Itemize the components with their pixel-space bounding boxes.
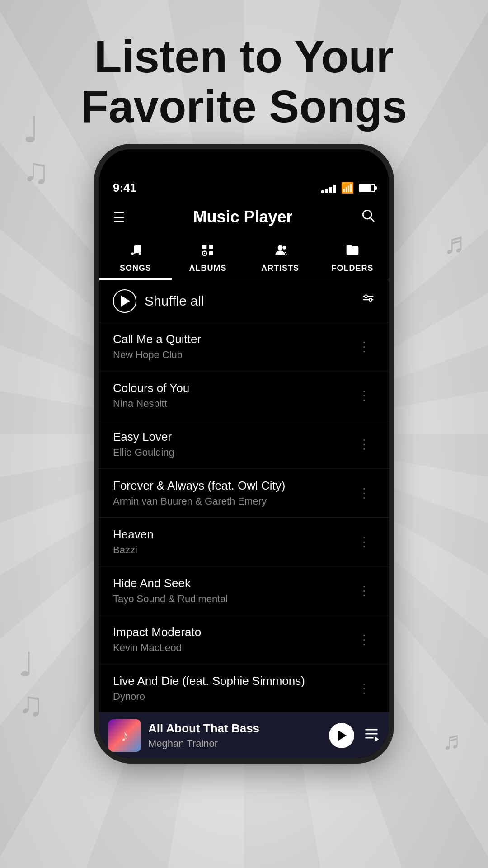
albums-tab-label: ALBUMS [189,264,227,273]
tab-folders[interactable]: FOLDERS [316,236,389,280]
status-icons: 📶 [321,182,375,194]
mini-play-triangle-icon [338,731,347,741]
song-info-6: Impact Moderato Kevin MacLeod [113,625,353,654]
song-title-7: Live And Die (feat. Sophie Simmons) [113,674,353,688]
song-more-2[interactable]: ⋮ [353,434,375,454]
shuffle-left: Shuffle all [113,289,204,313]
notch [203,149,285,165]
song-more-7[interactable]: ⋮ [353,679,375,698]
song-artist-6: Kevin MacLeod [113,642,353,654]
song-info-4: Heaven Bazzi [113,528,353,556]
song-item-2[interactable]: Easy Lover Ellie Goulding ⋮ [99,420,389,469]
song-title-3: Forever & Always (feat. Owl City) [113,479,353,493]
mini-controls [329,723,380,748]
app-title: Music Player [193,208,292,226]
mini-player[interactable]: All About That Bass Meghan Trainor [99,713,389,758]
tab-artists[interactable]: ARTISTS [244,236,316,280]
phone: 9:41 📶 ☰ Music Player [99,149,389,758]
filter-icon[interactable] [361,293,375,310]
song-more-1[interactable]: ⋮ [353,386,375,405]
hero-title-line2: Favorite Songs [81,81,407,132]
shuffle-play-button[interactable] [113,289,136,313]
menu-icon[interactable]: ☰ [113,209,125,225]
song-title-1: Colours of You [113,381,353,395]
song-artist-1: Nina Nesbitt [113,398,353,410]
svg-point-7 [278,245,283,250]
folders-tab-label: FOLDERS [331,264,373,273]
hero-section: Listen to Your Favorite Songs [0,0,488,145]
mini-song-details: All About That Bass Meghan Trainor [148,722,259,750]
svg-point-5 [204,253,205,254]
shuffle-row: Shuffle all [99,280,389,322]
song-list: Call Me a Quitter New Hope Club ⋮ Colour… [99,322,389,713]
song-item-6[interactable]: Impact Moderato Kevin MacLeod ⋮ [99,615,389,664]
song-item-4[interactable]: Heaven Bazzi ⋮ [99,518,389,566]
svg-marker-16 [375,736,379,742]
battery-icon [359,184,375,192]
play-triangle-icon [121,296,130,307]
app-navbar: ☰ Music Player [99,198,389,236]
status-time: 9:41 [113,181,136,195]
signal-bars-icon [321,183,336,193]
svg-point-11 [365,295,367,297]
artists-tab-label: ARTISTS [261,264,299,273]
tab-albums[interactable]: ALBUMS [172,236,244,280]
song-info-1: Colours of You Nina Nesbitt [113,381,353,410]
search-icon[interactable] [361,208,375,226]
song-more-6[interactable]: ⋮ [353,630,375,649]
song-title-6: Impact Moderato [113,625,353,639]
mini-play-button[interactable] [329,723,354,748]
artists-tab-icon [273,243,287,261]
song-info-0: Call Me a Quitter New Hope Club [113,332,353,361]
song-info-3: Forever & Always (feat. Owl City) Armin … [113,479,353,507]
tabs-row: SONGS ALBUMS [99,236,389,280]
song-more-5[interactable]: ⋮ [353,581,375,600]
song-title-0: Call Me a Quitter [113,332,353,346]
song-info-7: Live And Die (feat. Sophie Simmons) Dyno… [113,674,353,703]
svg-rect-2 [202,245,206,249]
song-artist-0: New Hope Club [113,349,353,361]
song-item-3[interactable]: Forever & Always (feat. Owl City) Armin … [99,469,389,518]
song-title-4: Heaven [113,528,353,542]
mini-song-title: All About That Bass [148,722,259,736]
mini-player-left: All About That Bass Meghan Trainor [108,719,259,752]
song-more-3[interactable]: ⋮ [353,483,375,503]
svg-point-12 [369,298,372,301]
song-item[interactable]: Call Me a Quitter New Hope Club ⋮ [99,322,389,371]
song-title-5: Hide And Seek [113,576,353,590]
song-artist-3: Armin van Buuren & Gareth Emery [113,495,353,507]
mini-queue-icon[interactable] [363,726,380,745]
svg-point-8 [282,246,286,250]
song-info-5: Hide And Seek Tayo Sound & Rudimental [113,576,353,605]
song-item-1[interactable]: Colours of You Nina Nesbitt ⋮ [99,371,389,420]
song-item-5[interactable]: Hide And Seek Tayo Sound & Rudimental ⋮ [99,566,389,615]
song-title-2: Easy Lover [113,430,353,444]
song-more-0[interactable]: ⋮ [353,337,375,356]
svg-rect-6 [209,251,213,255]
tab-songs[interactable]: SONGS [99,236,172,280]
svg-line-1 [371,218,374,221]
song-info-2: Easy Lover Ellie Goulding [113,430,353,458]
song-item-7[interactable]: Live And Die (feat. Sophie Simmons) Dyno… [99,664,389,713]
song-artist-4: Bazzi [113,544,353,556]
svg-rect-3 [209,245,213,249]
app-screen: ☰ Music Player SONGS [99,198,389,758]
mini-album-art [108,719,141,752]
wifi-icon: 📶 [341,182,354,194]
song-artist-7: Dynoro [113,691,353,703]
mini-song-artist: Meghan Trainor [148,738,259,750]
albums-tab-icon [201,243,215,261]
songs-tab-label: SONGS [120,264,151,273]
phone-wrapper: 9:41 📶 ☰ Music Player [0,149,488,758]
folders-tab-icon [345,243,360,261]
song-artist-5: Tayo Sound & Rudimental [113,593,353,605]
status-bar: 9:41 📶 [99,176,389,198]
song-artist-2: Ellie Goulding [113,447,353,458]
songs-tab-icon [128,243,143,261]
hero-title-line1: Listen to Your [94,31,394,82]
song-more-4[interactable]: ⋮ [353,532,375,552]
notch-bar [99,149,389,176]
shuffle-label: Shuffle all [145,293,204,309]
